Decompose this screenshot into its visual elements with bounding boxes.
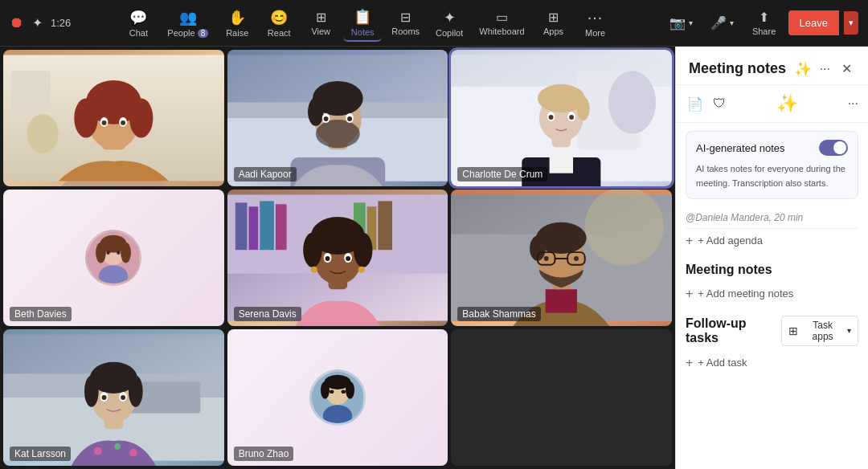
side-panel: Meeting notes ✨ ··· ✕ 📄 🛡 ✨ ··· AI-gener… xyxy=(675,47,868,469)
leave-button[interactable]: Leave xyxy=(788,10,839,35)
notes-tab-icon[interactable]: 📄 xyxy=(686,95,705,113)
close-button[interactable]: ✕ xyxy=(838,59,855,78)
add-agenda-button[interactable]: + + Add agenda xyxy=(686,229,858,253)
nav-whiteboard-label: Whiteboard xyxy=(479,27,524,36)
nav-more[interactable]: ··· More xyxy=(576,5,615,41)
svg-rect-56 xyxy=(378,201,392,250)
topbar-right: 📷 ▾ 🎤 ▾ ⬆ Share Leave ▾ xyxy=(663,6,858,39)
svg-point-101 xyxy=(346,381,354,399)
mic-icon: 🎤 xyxy=(710,15,727,31)
raise-icon: ✋ xyxy=(228,9,246,27)
svg-point-25 xyxy=(347,116,352,121)
nav-bar: 💬 Chat 👥 People 8 ✋ Raise 😊 React ⊞ View… xyxy=(119,5,614,42)
svg-rect-52 xyxy=(260,201,274,250)
nav-rooms-label: Rooms xyxy=(391,27,420,36)
topbar-left: ⏺ ✦ 1:26 xyxy=(10,14,71,31)
video-cell-6: Babak Shammas xyxy=(451,190,672,326)
nav-people[interactable]: 👥 People 8 xyxy=(161,6,215,41)
svg-point-45 xyxy=(107,251,111,255)
add-task-icon: + xyxy=(686,356,693,370)
react-icon: 😊 xyxy=(270,9,288,27)
add-agenda-label: + Add agenda xyxy=(698,234,763,247)
people-icon: 👥 xyxy=(179,9,197,27)
ai-notes-section: AI-generated notes AI takes notes for ev… xyxy=(686,131,858,199)
add-agenda-icon: + xyxy=(686,234,693,248)
panel-more-icon[interactable]: ··· xyxy=(848,96,858,111)
nav-react[interactable]: 😊 React xyxy=(260,6,298,41)
svg-rect-71 xyxy=(546,289,577,312)
nav-apps-label: Apps xyxy=(543,27,563,36)
ai-notes-description: AI takes notes for everyone during the m… xyxy=(696,164,845,188)
nav-raise[interactable]: ✋ Raise xyxy=(218,6,256,41)
ai-notes-label: AI-generated notes xyxy=(696,142,785,154)
svg-point-95 xyxy=(102,395,107,400)
panel-toolbar-left: 📄 🛡 xyxy=(686,95,727,113)
nav-whiteboard[interactable]: ▭ Whiteboard xyxy=(473,6,530,39)
svg-point-12 xyxy=(121,120,125,125)
nav-copilot-label: Copilot xyxy=(436,28,463,38)
svg-point-60 xyxy=(303,233,322,267)
panel-content: @Daniela Mandera, 20 min + + Add agenda … xyxy=(676,207,868,469)
apps-icon: ⊞ xyxy=(548,10,559,25)
participant-name-5: Serena Davis xyxy=(234,307,301,321)
svg-point-80 xyxy=(574,256,579,261)
main-area: Aadi Kapoor xyxy=(0,47,868,469)
participant-name-2: Aadi Kapoor xyxy=(234,167,297,181)
svg-rect-51 xyxy=(248,206,258,250)
meeting-notes-heading: Meeting notes xyxy=(686,253,858,282)
chat-icon: 💬 xyxy=(129,9,147,27)
nav-notes[interactable]: 📋 Notes xyxy=(343,5,382,42)
task-apps-button[interactable]: ⊞ Task apps ▾ xyxy=(781,316,858,346)
svg-point-11 xyxy=(102,120,107,125)
topbar: ⏺ ✦ 1:26 💬 Chat 👥 People 8 ✋ Raise 😊 Rea… xyxy=(0,0,868,47)
leave-dropdown-button[interactable]: ▾ xyxy=(844,11,858,35)
agenda-item: @Daniela Mandera, 20 min xyxy=(686,207,858,229)
svg-point-44 xyxy=(121,243,131,263)
camera-dropdown-icon: ▾ xyxy=(689,18,693,27)
shield-icon[interactable]: 🛡 xyxy=(711,95,727,113)
svg-point-61 xyxy=(354,233,373,267)
nav-copilot[interactable]: ✦ Copilot xyxy=(429,6,469,41)
video-cell-8: Bruno Zhao xyxy=(227,329,448,466)
nav-rooms[interactable]: ⊟ Rooms xyxy=(385,6,426,39)
add-notes-button[interactable]: + + Add meeting notes xyxy=(686,282,858,306)
avatar-bruno xyxy=(309,369,366,426)
svg-rect-50 xyxy=(235,202,247,250)
nav-camera[interactable]: 📷 ▾ xyxy=(663,12,699,34)
svg-point-79 xyxy=(544,256,549,261)
agenda-item-text: @Daniela Mandera, 20 min xyxy=(686,212,803,223)
timer: 1:26 xyxy=(51,17,71,29)
panel-header: Meeting notes ✨ ··· ✕ xyxy=(676,47,868,85)
nav-apps[interactable]: ⊞ Apps xyxy=(534,6,573,39)
nav-chat[interactable]: 💬 Chat xyxy=(119,6,158,41)
copilot-icon: ✦ xyxy=(444,9,456,27)
add-task-label: + Add task xyxy=(698,357,747,369)
nav-share[interactable]: ⬆ Share xyxy=(745,6,784,39)
video-cell-5: Serena Davis xyxy=(227,190,448,326)
video-grid: Aadi Kapoor xyxy=(0,47,675,469)
more-icon: ··· xyxy=(588,8,604,27)
svg-point-35 xyxy=(577,97,590,120)
ai-notes-toggle[interactable] xyxy=(819,140,848,156)
add-task-button[interactable]: + + Add task xyxy=(686,351,858,375)
panel-title: Meeting notes xyxy=(689,60,786,77)
svg-point-103 xyxy=(342,389,346,394)
svg-point-102 xyxy=(330,389,334,394)
more-options-icon[interactable]: ··· xyxy=(817,60,833,78)
task-apps-dropdown-icon: ▾ xyxy=(847,326,851,335)
svg-point-96 xyxy=(121,395,125,400)
svg-point-87 xyxy=(129,449,137,457)
cursor-glow-icon: ✨ xyxy=(776,93,798,114)
svg-point-63 xyxy=(358,267,364,273)
mic-dropdown-icon: ▾ xyxy=(730,18,734,27)
video-cell-empty xyxy=(451,329,672,466)
svg-point-46 xyxy=(117,251,121,255)
add-notes-label: + Add meeting notes xyxy=(698,288,793,300)
nav-mic[interactable]: 🎤 ▾ xyxy=(704,12,740,34)
camera-icon: 📷 xyxy=(669,15,686,31)
participant-name-6: Babak Shammas xyxy=(457,307,540,321)
sparkle-icon: ✦ xyxy=(32,15,43,31)
svg-point-38 xyxy=(549,115,554,120)
add-notes-icon: + xyxy=(686,287,693,301)
nav-view[interactable]: ⊞ View xyxy=(301,6,340,39)
